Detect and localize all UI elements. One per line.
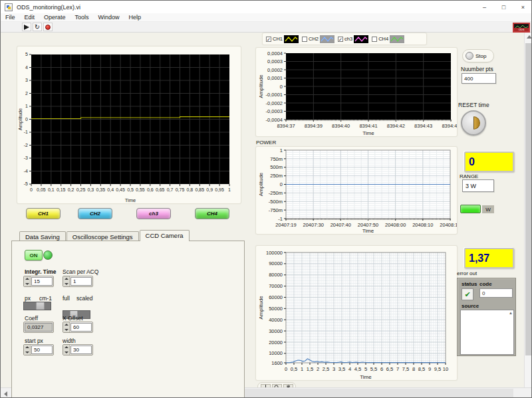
reset-time-button[interactable] xyxy=(461,110,486,136)
tab-data-saving[interactable]: Data Saving xyxy=(19,231,66,241)
increment-arrow-icon[interactable] xyxy=(24,345,30,350)
svg-text:1,5: 1,5 xyxy=(307,366,313,372)
abort-button[interactable] xyxy=(43,23,53,31)
scan-per-acq-spinner[interactable]: 1 xyxy=(63,276,93,287)
svg-text:-4: -4 xyxy=(24,169,28,173)
cm1-label: cm-1 xyxy=(39,295,52,302)
svg-text:0,65: 0,65 xyxy=(156,187,165,192)
run-continuous-button[interactable]: ↻ xyxy=(33,23,42,31)
window-title: ODS_monitoring(Lex).vi xyxy=(17,4,80,11)
svg-text:90000: 90000 xyxy=(269,260,283,266)
increment-arrow-icon[interactable] xyxy=(63,345,69,350)
svg-text:30000: 30000 xyxy=(269,328,283,334)
ch4-plot-swatch[interactable] xyxy=(390,35,404,43)
number-pts-input[interactable]: 400 xyxy=(462,73,496,84)
scan-per-acq-field[interactable]: 1 xyxy=(70,277,92,286)
svg-text:70000: 70000 xyxy=(269,283,283,289)
range-combo[interactable]: 3 W xyxy=(462,179,494,192)
decrement-arrow-icon[interactable] xyxy=(63,350,69,355)
ch3-button[interactable]: ch3 xyxy=(136,208,171,219)
status-indicator: ✔ xyxy=(462,288,473,300)
svg-text:9,5: 9,5 xyxy=(434,366,441,372)
menu-operate[interactable]: Operate xyxy=(39,14,70,21)
ch1-button[interactable]: CH1 xyxy=(26,208,61,219)
svg-text:750m: 750m xyxy=(270,156,283,162)
ch3-checkbox[interactable]: ✓ xyxy=(338,37,343,42)
increment-arrow-icon[interactable] xyxy=(63,322,69,328)
ch1-plot-swatch[interactable] xyxy=(284,35,299,43)
svg-text:0,15: 0,15 xyxy=(57,187,66,192)
menu-edit[interactable]: Edit xyxy=(20,14,40,21)
menu-bar: File Edit Operate Tools Window Help xyxy=(1,13,532,22)
menu-tools[interactable]: Tools xyxy=(70,14,94,21)
start-px-field[interactable]: 50 xyxy=(31,346,53,354)
decrement-arrow-icon[interactable] xyxy=(63,282,69,287)
power-chart-title: POWER xyxy=(256,140,276,146)
x-offset-spinner[interactable]: 60 xyxy=(63,322,93,333)
status-label: status xyxy=(462,281,477,287)
tab-oscilloscope-settings[interactable]: Oscilloscope Settings xyxy=(66,231,139,241)
menu-file[interactable]: File xyxy=(1,14,20,21)
x-offset-field[interactable]: 60 xyxy=(70,323,92,332)
svg-text:8394:41: 8394:41 xyxy=(359,123,377,129)
svg-text:0,5: 0,5 xyxy=(291,366,297,372)
decrement-arrow-icon[interactable] xyxy=(63,328,69,333)
scope-waveform-chart: 543210-1-2-3-4-500,050,10,150,20,250,30,… xyxy=(17,46,241,204)
decrement-arrow-icon[interactable] xyxy=(24,282,30,287)
w-unit-led[interactable] xyxy=(460,205,481,213)
px-label: px xyxy=(25,295,31,302)
ch4-checkbox[interactable] xyxy=(372,37,377,42)
svg-text:10000: 10000 xyxy=(269,350,283,356)
switch-handle[interactable] xyxy=(36,302,45,310)
menu-help[interactable]: Help xyxy=(124,14,146,21)
width-spinner[interactable]: 30 xyxy=(63,344,93,355)
svg-text:0: 0 xyxy=(280,84,283,90)
vertical-scrollbar[interactable] xyxy=(524,33,532,387)
scroll-up-icon[interactable] xyxy=(527,35,532,39)
tab-ccd-camera[interactable]: CCD Camera xyxy=(140,230,190,241)
ch4-button[interactable]: CH4 xyxy=(195,208,229,219)
app-icon xyxy=(5,3,13,11)
run-button[interactable] xyxy=(22,23,31,31)
integr-time-field[interactable]: 15 xyxy=(31,277,53,286)
stop-circle-icon xyxy=(466,52,473,60)
close-button[interactable]: × xyxy=(513,1,532,13)
svg-text:1: 1 xyxy=(280,148,283,153)
ch2-plot-swatch[interactable] xyxy=(320,35,334,43)
w-unit-label: W xyxy=(482,205,494,213)
svg-text:250m: 250m xyxy=(270,173,283,179)
svg-text:8394:37: 8394:37 xyxy=(277,123,295,129)
stop-button[interactable]: Stop xyxy=(462,49,494,62)
decrement-arrow-icon[interactable] xyxy=(24,350,30,355)
scroll-left-icon[interactable] xyxy=(4,391,7,397)
increment-arrow-icon[interactable] xyxy=(63,276,69,282)
ccd-status-led xyxy=(43,250,53,260)
source-textarea[interactable]: ▲ xyxy=(460,310,514,355)
increment-arrow-icon[interactable] xyxy=(24,276,30,282)
code-field[interactable]: 0 xyxy=(479,288,513,298)
svg-text:Time: Time xyxy=(362,130,374,136)
svg-text:8394:40: 8394:40 xyxy=(332,123,350,129)
minimize-button[interactable]: – xyxy=(475,1,494,13)
front-panel: 543210-1-2-3-4-500,050,10,150,20,250,30,… xyxy=(1,33,524,387)
ccd-on-button[interactable]: ON xyxy=(25,250,43,260)
ch3-plot-swatch[interactable] xyxy=(354,35,368,43)
width-field[interactable]: 30 xyxy=(70,346,92,354)
svg-text:4: 4 xyxy=(25,65,28,70)
svg-text:20408:10: 20408:10 xyxy=(412,222,433,228)
ch2-button[interactable]: CH2 xyxy=(78,208,112,219)
svg-text:4: 4 xyxy=(348,366,351,372)
svg-text:20408:00: 20408:00 xyxy=(385,222,406,228)
scroll-up-icon[interactable]: ▲ xyxy=(509,311,513,315)
svg-text:0,8: 0,8 xyxy=(187,187,194,192)
menu-window[interactable]: Window xyxy=(94,14,124,21)
integr-time-spinner[interactable]: 15 xyxy=(23,276,54,287)
vertical-scrollbar-thumb[interactable] xyxy=(525,43,532,355)
maximize-button[interactable]: □ xyxy=(494,1,513,13)
start-px-spinner[interactable]: 50 xyxy=(23,344,54,355)
power-value-display: 0 xyxy=(464,151,514,172)
px-cm1-switch[interactable] xyxy=(23,302,51,310)
ch1-checkbox[interactable]: ✓ xyxy=(266,37,271,42)
svg-text:5: 5 xyxy=(25,52,28,56)
ch2-checkbox[interactable] xyxy=(302,37,307,42)
